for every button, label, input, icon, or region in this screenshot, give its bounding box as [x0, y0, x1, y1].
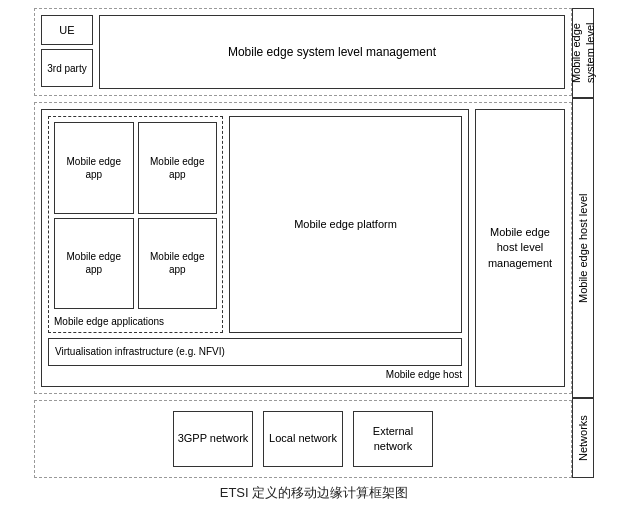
host-inner-box: Mobile edge app Mobile edge app Mobile e…	[41, 109, 469, 387]
apps-section: Mobile edge app Mobile edge app Mobile e…	[48, 116, 223, 333]
system-level-label: Mobile edge system level	[572, 8, 594, 98]
host-level-label: Mobile edge host level	[572, 98, 594, 398]
3gpp-network-box: 3GPP network	[173, 411, 253, 467]
networks-section: 3GPP network Local network External netw…	[34, 400, 572, 478]
diagram-caption: ETSI 定义的移动边缘计算框架图	[220, 484, 409, 502]
platform-box: Mobile edge platform	[229, 116, 462, 333]
diagram-container: UE 3rd party Mobile edge system level ma…	[19, 8, 609, 518]
architecture-diagram: UE 3rd party Mobile edge system level ma…	[34, 8, 594, 478]
apps-platform-row: Mobile edge app Mobile edge app Mobile e…	[48, 116, 462, 333]
ue-box: UE	[41, 15, 93, 45]
app-box-4: Mobile edge app	[138, 218, 218, 310]
party-box: 3rd party	[41, 49, 93, 87]
app-box-1: Mobile edge app	[54, 122, 134, 214]
external-network-box: External network	[353, 411, 433, 467]
networks-label: Networks	[572, 398, 594, 478]
system-management-box: Mobile edge system level management	[99, 15, 565, 89]
right-labels: Mobile edge system level Mobile edge hos…	[572, 8, 594, 478]
apps-grid: Mobile edge app Mobile edge app Mobile e…	[54, 122, 217, 309]
apps-label: Mobile edge applications	[54, 316, 217, 327]
ue-party-column: UE 3rd party	[41, 15, 93, 89]
left-content: UE 3rd party Mobile edge system level ma…	[34, 8, 572, 478]
local-network-box: Local network	[263, 411, 343, 467]
system-level-section: UE 3rd party Mobile edge system level ma…	[34, 8, 572, 96]
host-label: Mobile edge host	[48, 369, 462, 380]
host-level-section: Mobile edge app Mobile edge app Mobile e…	[34, 102, 572, 394]
app-box-3: Mobile edge app	[54, 218, 134, 310]
virtualisation-box: Virtualisation infrastructure (e.g. NFVI…	[48, 338, 462, 366]
host-management-box: Mobile edge host level management	[475, 109, 565, 387]
app-box-2: Mobile edge app	[138, 122, 218, 214]
